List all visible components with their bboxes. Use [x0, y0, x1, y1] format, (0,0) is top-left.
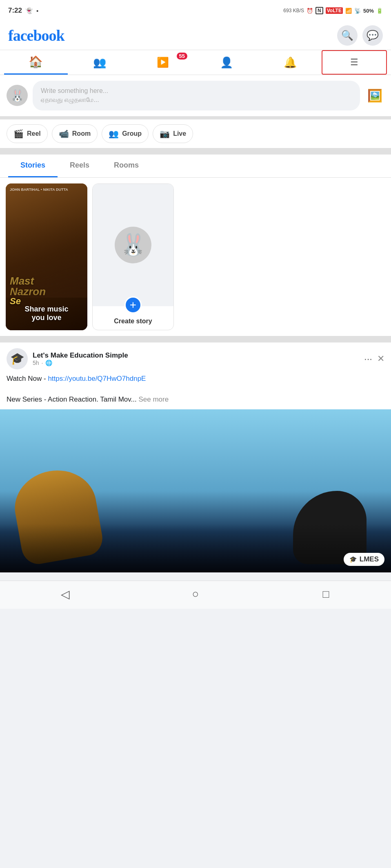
rooms-tab-label: Rooms — [114, 161, 139, 169]
create-story-image: 🐰 + — [93, 184, 173, 306]
nav-profile[interactable]: 👤 — [195, 50, 258, 75]
post-author-info: Let's Make Education Simple 5h · 🌐 — [33, 351, 359, 366]
post-time: 5h — [33, 360, 39, 366]
header-actions: 🔍 💬 — [337, 25, 383, 46]
status-bar: 7:22 👻 • 693 KB/S ⏰ N VoLTE 📶 📡 50% 🔋 — [0, 0, 391, 21]
alarm-icon: ⏰ — [307, 8, 313, 14]
room-icon: 📹 — [59, 129, 69, 139]
bell-icon: 🔔 — [284, 56, 297, 69]
wifi-icon: 📶 — [345, 8, 352, 14]
facebook-logo: facebook — [8, 27, 64, 44]
status-time: 7:22 — [8, 7, 22, 15]
home-circle-icon: ○ — [192, 588, 199, 601]
post-text: Watch Now - — [7, 375, 48, 382]
stories-tabs: Stories Reels Rooms — [0, 155, 391, 178]
story-create[interactable]: 🐰 + Create story — [92, 183, 174, 330]
section-divider — [0, 151, 391, 155]
reel-label: Reel — [27, 130, 41, 137]
live-label: Live — [173, 130, 186, 137]
profile-icon: 👤 — [220, 56, 233, 69]
tab-reels[interactable]: Reels — [58, 155, 102, 177]
back-icon: ◁ — [61, 588, 70, 601]
nav-home[interactable]: 🏠 — [4, 50, 68, 75]
messenger-icon: 💬 — [367, 30, 379, 41]
post-more-button[interactable]: ··· — [364, 353, 372, 364]
story-music[interactable]: JOHN BARTIHAL • NIKITA DUTTA Mast Nazron… — [6, 183, 87, 330]
group-icon: 👥 — [109, 129, 119, 139]
create-story-avatar: 🐰 — [115, 227, 151, 263]
back-button[interactable]: ◁ — [53, 586, 78, 602]
watch-icon: ▶️ — [157, 57, 169, 68]
search-icon: 🔍 — [341, 30, 353, 41]
lmes-watermark-icon: 🎓 — [349, 556, 357, 563]
photo-icon: 🖼️ — [367, 88, 382, 103]
recents-button[interactable]: □ — [313, 586, 338, 602]
tab-stories[interactable]: Stories — [8, 155, 58, 177]
author-avatar-icon: 🎓 — [10, 352, 24, 365]
group-button[interactable]: 👥 Group — [102, 124, 149, 143]
action-buttons-bar: 🎬 Reel 📹 Room 👥 Group 📷 Live — [0, 119, 391, 151]
home-button[interactable]: ○ — [183, 586, 208, 602]
home-icon: 🏠 — [29, 55, 43, 68]
group-label: Group — [122, 130, 142, 137]
section-divider-2 — [0, 339, 391, 342]
reel-icon: 🎬 — [13, 129, 24, 139]
compose-input[interactable]: Write something here... ஏதாவது எழுதலாமே.… — [33, 81, 360, 110]
post-content: Watch Now - https://youtu.be/Q7HwO7hdnpE… — [0, 373, 391, 410]
post-author-avatar[interactable]: 🎓 — [7, 348, 28, 369]
messenger-button[interactable]: 💬 — [362, 25, 383, 46]
battery-icon: 🔋 — [376, 8, 383, 14]
create-story-plus-icon: + — [124, 296, 142, 314]
post-link[interactable]: https://youtu.be/Q7HwO7hdnpE — [48, 375, 146, 382]
room-label: Room — [72, 130, 91, 137]
lmes-watermark: 🎓 LMES — [344, 553, 384, 566]
snapchat-icon: 👻 — [25, 7, 33, 14]
nav-notifications[interactable]: 🔔 — [258, 50, 322, 75]
nav-friends[interactable]: 👥 — [68, 50, 131, 75]
photo-button[interactable]: 🖼️ — [365, 86, 384, 105]
bottom-nav: ◁ ○ □ — [0, 581, 391, 609]
app-header: facebook 🔍 💬 — [0, 21, 391, 50]
stories-tab-label: Stories — [20, 161, 45, 169]
live-icon: 📷 — [160, 129, 170, 139]
privacy-icon: 🌐 — [45, 360, 52, 366]
post-card: 🎓 Let's Make Education Simple 5h · 🌐 ···… — [0, 342, 391, 573]
data-speed: 693 KB/S — [283, 8, 304, 13]
user-avatar: 🐰 — [7, 85, 28, 106]
stories-section: JOHN BARTIHAL • NIKITA DUTTA Mast Nazron… — [0, 178, 391, 339]
post-header: 🎓 Let's Make Education Simple 5h · 🌐 ···… — [0, 342, 391, 373]
live-button[interactable]: 📷 Live — [153, 124, 193, 143]
watch-badge: 55 — [177, 53, 187, 60]
search-button[interactable]: 🔍 — [337, 25, 358, 46]
lmes-watermark-text: LMES — [360, 555, 379, 563]
nav-bar: 🏠 👥 ▶️ 55 👤 🔔 ☰ — [0, 50, 391, 75]
nav-menu[interactable]: ☰ — [322, 50, 387, 75]
separator-dot: · — [42, 360, 43, 366]
nav-watch[interactable]: ▶️ 55 — [131, 50, 195, 75]
signal-icon: 📡 — [354, 8, 361, 14]
post-meta: 5h · 🌐 — [33, 360, 359, 366]
reels-tab-label: Reels — [70, 161, 89, 169]
battery-level: 50% — [363, 8, 374, 14]
reel-button[interactable]: 🎬 Reel — [7, 124, 48, 143]
friends-icon: 👥 — [93, 56, 106, 69]
see-more-button[interactable]: See more — [138, 395, 169, 403]
notification-icon: N — [315, 7, 323, 14]
status-dot: • — [36, 7, 38, 14]
post-actions: ··· ✕ — [364, 353, 384, 364]
volte-icon: VoLTE — [326, 7, 343, 14]
recents-icon: □ — [322, 588, 329, 601]
tab-rooms[interactable]: Rooms — [102, 155, 151, 177]
post-image-bg — [0, 409, 391, 572]
post-image[interactable]: 🎓 LMES — [0, 409, 391, 572]
post-extra-text: New Series - Action Reaction. Tamil Mov.… — [7, 395, 138, 403]
room-button[interactable]: 📹 Room — [52, 124, 98, 143]
post-close-button[interactable]: ✕ — [377, 353, 384, 364]
menu-icon: ☰ — [350, 57, 358, 68]
story-overlay-text: Share musicyou love — [11, 305, 82, 322]
post-author-name[interactable]: Let's Make Education Simple — [33, 351, 359, 360]
post-composer: 🐰 Write something here... ஏதாவது எழுதலாம… — [0, 75, 391, 119]
